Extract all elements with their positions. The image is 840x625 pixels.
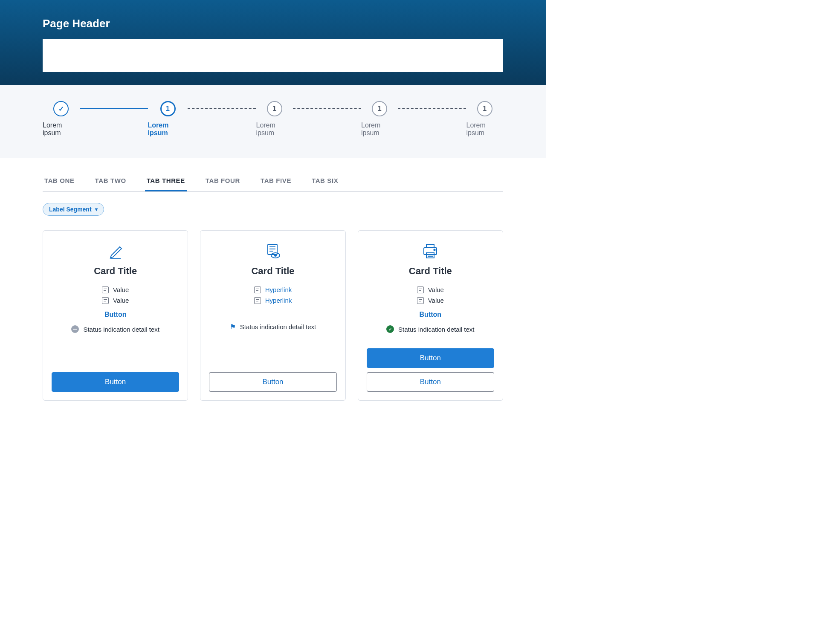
step-number: 1 bbox=[267, 101, 282, 116]
card-row: Value bbox=[417, 297, 444, 304]
pencil-icon bbox=[107, 243, 124, 260]
card-title: Card Title bbox=[409, 266, 452, 277]
status-text: Status indication detail text bbox=[83, 326, 159, 333]
stepper: ✓Lorem ipsum1Lorem ipsum1Lorem ipsum1Lor… bbox=[0, 85, 546, 158]
step-label: Lorem ipsum bbox=[256, 122, 293, 137]
card-value: Value bbox=[428, 297, 444, 304]
document-icon bbox=[417, 297, 424, 304]
card-text-button[interactable]: Button bbox=[420, 311, 442, 318]
tab-tab-four[interactable]: TAB FOUR bbox=[204, 171, 242, 191]
step-number: 1 bbox=[160, 101, 176, 116]
status-row: ✓Status indication detail text bbox=[386, 325, 474, 333]
status-text: Status indication detail text bbox=[240, 323, 316, 330]
card-value: Value bbox=[113, 297, 129, 304]
step-connector bbox=[188, 108, 256, 109]
card-row: Value bbox=[102, 297, 129, 304]
step-label: Lorem ipsum bbox=[466, 122, 503, 137]
step-3[interactable]: 1Lorem ipsum bbox=[256, 101, 293, 137]
label-segment-dropdown[interactable]: Label Segment ▾ bbox=[43, 203, 104, 216]
card-text-button[interactable]: Button bbox=[104, 311, 127, 318]
step-connector bbox=[398, 108, 466, 109]
card-hyperlink[interactable]: Hyperlink bbox=[265, 297, 292, 304]
step-1[interactable]: ✓Lorem ipsum bbox=[43, 101, 80, 137]
tab-tab-six[interactable]: TAB SIX bbox=[310, 171, 340, 191]
svg-rect-8 bbox=[424, 248, 437, 255]
status-row: ⚑Status indication detail text bbox=[230, 323, 316, 331]
card-button-primary[interactable]: Button bbox=[52, 372, 179, 392]
card-button-outline[interactable]: Button bbox=[367, 372, 494, 392]
document-icon bbox=[254, 297, 261, 304]
step-connector bbox=[80, 108, 148, 109]
card-1: Card TitleValueValueButtonStatus indicat… bbox=[43, 230, 188, 401]
step-4[interactable]: 1Lorem ipsum bbox=[361, 101, 398, 137]
page-title: Page Header bbox=[43, 17, 503, 30]
label-segment-text: Label Segment bbox=[49, 206, 92, 213]
printer-icon bbox=[421, 243, 439, 260]
step-number: 1 bbox=[372, 101, 387, 116]
cards-grid: Card TitleValueValueButtonStatus indicat… bbox=[0, 216, 546, 422]
tab-tab-five[interactable]: TAB FIVE bbox=[259, 171, 293, 191]
card-value: Value bbox=[113, 286, 129, 293]
page-hero: Page Header bbox=[0, 0, 546, 85]
tab-tab-two[interactable]: TAB TWO bbox=[93, 171, 128, 191]
card-title: Card Title bbox=[94, 266, 137, 277]
check-icon: ✓ bbox=[53, 101, 69, 116]
chevron-down-icon: ▾ bbox=[95, 206, 98, 212]
tab-tab-one[interactable]: TAB ONE bbox=[43, 171, 76, 191]
status-text: Status indication detail text bbox=[398, 326, 474, 333]
step-connector bbox=[293, 108, 361, 109]
card-row: Hyperlink bbox=[254, 286, 292, 293]
card-row: Value bbox=[102, 286, 129, 293]
flag-icon: ⚑ bbox=[230, 323, 236, 331]
card-title: Card Title bbox=[251, 266, 294, 277]
card-value: Value bbox=[428, 286, 444, 293]
card-button-outline[interactable]: Button bbox=[209, 372, 336, 392]
step-number: 1 bbox=[477, 101, 492, 116]
svg-point-10 bbox=[434, 249, 435, 250]
document-icon bbox=[102, 286, 109, 293]
status-row: Status indication detail text bbox=[71, 325, 159, 333]
tab-tab-three[interactable]: TAB THREE bbox=[145, 171, 187, 191]
svg-point-6 bbox=[275, 255, 276, 256]
card-2: Card TitleHyperlinkHyperlink⚑Status indi… bbox=[200, 230, 345, 401]
card-button-primary[interactable]: Button bbox=[367, 348, 494, 368]
document-icon bbox=[417, 286, 424, 293]
hero-content-box bbox=[43, 39, 503, 72]
step-5[interactable]: 1Lorem ipsum bbox=[466, 101, 503, 137]
step-label: Lorem ipsum bbox=[43, 122, 80, 137]
card-3: Card TitleValueValueButton✓Status indica… bbox=[358, 230, 503, 401]
card-row: Value bbox=[417, 286, 444, 293]
document-icon bbox=[254, 286, 261, 293]
step-2[interactable]: 1Lorem ipsum bbox=[148, 101, 188, 137]
check-circle-icon: ✓ bbox=[386, 325, 394, 333]
tab-bar: TAB ONETAB TWOTAB THREETAB FOURTAB FIVET… bbox=[43, 171, 503, 192]
minus-circle-icon bbox=[71, 325, 79, 333]
card-hyperlink[interactable]: Hyperlink bbox=[265, 286, 292, 293]
card-row: Hyperlink bbox=[254, 297, 292, 304]
svg-rect-7 bbox=[426, 244, 434, 248]
document-icon bbox=[102, 297, 109, 304]
step-label: Lorem ipsum bbox=[148, 122, 188, 137]
step-label: Lorem ipsum bbox=[361, 122, 398, 137]
view-document-icon bbox=[264, 243, 282, 260]
